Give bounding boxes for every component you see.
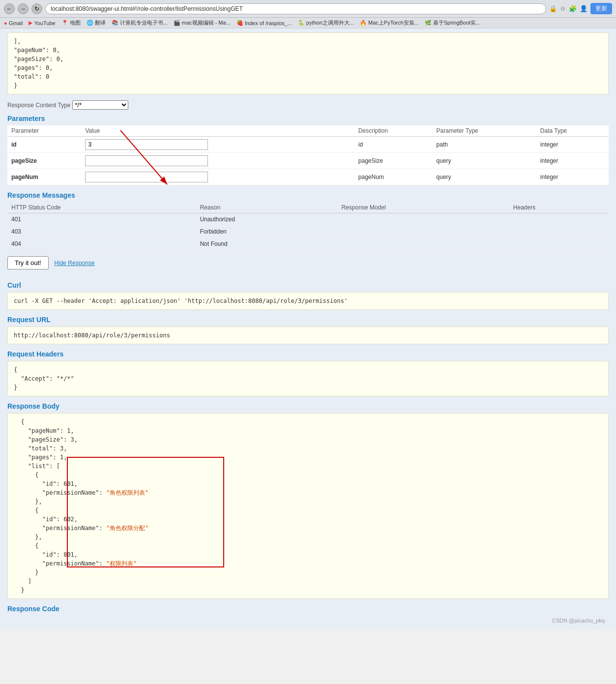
bookmark-translate[interactable]: 🌐 翻译 [87,19,106,27]
param-type-pagenum: query [433,169,536,185]
param-input-pagesize[interactable] [85,155,208,166]
request-url-block: http://localhost:8080/api/role/3/permiss… [7,327,609,344]
bookmark-pytorch[interactable]: 🔥 Mac上PyTorch安装... [360,19,419,27]
profile-icon: 👤 [580,5,587,12]
response-content-type-label: Response Content Type [7,102,71,109]
resp-col-reason: Reason [196,202,338,213]
response-content-type-row: Response Content Type */* application/js… [7,100,609,110]
param-desc-pagenum: pageNum [354,169,433,185]
response-body-content: { "pageNum": 1, "pageSize": 3, "total": … [14,418,148,594]
perm-name-601: "角色权限列表" [106,489,148,496]
top-json-block: ], "pageNum": 0, "pageSize": 0, "pages":… [7,32,609,94]
top-json-content: ], "pageNum": 0, "pageSize": 0, "pages":… [14,38,63,89]
reason-404: Not Found [196,238,338,250]
reason-403: Forbidden [196,226,338,238]
response-code-title: Response Code [7,605,609,613]
id-602: 602, [63,516,78,523]
id-801: 801, [63,551,78,558]
param-datatype-id: integer [536,137,609,153]
param-name-id: id [7,137,81,153]
param-desc-id: id [354,137,433,153]
param-row-pagesize: pageSize pageSize query integer [7,153,609,169]
reload-button[interactable]: ↻ [31,3,42,14]
headers-404 [509,238,609,250]
request-headers-content: { "Accept": "*/*"} [14,366,74,391]
parameters-title: Parameters [7,115,609,122]
param-desc-pagesize: pageSize [354,153,433,169]
curl-title: Curl [7,281,609,289]
param-name-pagenum: pageNum [7,169,81,185]
curl-content: curl -X GET --header 'Accept: applicatio… [14,297,348,304]
response-content-type-select[interactable]: */* application/json [72,100,128,110]
hide-response-link[interactable]: Hide Response [54,260,94,267]
col-parameter: Parameter [7,125,81,137]
request-url-content: http://localhost:8080/api/role/3/permiss… [14,332,170,339]
bookmark-youtube[interactable]: ▶ YouTube [29,20,55,26]
param-datatype-pagesize: integer [536,153,609,169]
browser-chrome: ← → ↻ localhost:8080/swagger-ui.html#!/r… [0,0,616,18]
response-row-401: 401 Unauthorized [7,213,609,226]
request-headers-block: { "Accept": "*/*"} [7,361,609,396]
id-601: 601, [63,480,78,487]
resp-col-headers: Headers [509,202,609,213]
back-button[interactable]: ← [4,3,15,14]
red-highlight-box [67,457,224,567]
star-icon: ☆ [560,5,566,12]
reason-401: Unauthorized [196,213,338,226]
resp-col-code: HTTP Status Code [7,202,196,213]
try-it-out-button[interactable]: Try it out! [7,256,49,269]
address-bar[interactable]: localhost:8080/swagger-ui.html#!/role-co… [45,3,546,14]
bookmark-python[interactable]: 🐍 python之调用外大... [298,19,354,27]
perm-name-801: "权限列表" [106,560,137,567]
update-button[interactable]: 更新 [590,3,612,14]
main-wrapper: ], "pageNum": 0, "pageSize": 0, "pages":… [0,29,616,629]
bookmark-raspios[interactable]: 🍓 Index of /raspios_... [236,20,292,26]
bookmarks-bar: ● Gmail ▶ YouTube 📍 地图 🌐 翻译 📚 计算机专业电子书..… [0,18,616,29]
param-value-pagesize[interactable] [81,153,354,169]
col-value: Value [81,125,354,137]
response-messages-title: Response Messages [7,191,609,199]
response-messages-table: HTTP Status Code Reason Response Model H… [7,202,609,250]
bookmark-gmail[interactable]: ● Gmail [4,20,23,26]
curl-block: curl -X GET --header 'Accept: applicatio… [7,292,609,310]
param-type-id: path [433,137,536,153]
model-401 [338,213,509,226]
parameters-area: Parameter Value Description Parameter Ty… [7,125,609,185]
perm-name-602: "角色权限分配" [106,525,148,532]
param-input-id[interactable] [85,139,208,150]
parameters-table: Parameter Value Description Parameter Ty… [7,125,609,185]
col-param-type: Parameter Type [433,125,536,137]
param-input-pagenum[interactable] [85,172,208,182]
param-value-pagenum[interactable] [81,169,354,185]
param-value-id[interactable] [81,137,354,153]
headers-403 [509,226,609,238]
bookmark-mac-video[interactable]: 🎬 mac视频编辑 - Ma... [174,19,231,27]
headers-401 [509,213,609,226]
model-403 [338,226,509,238]
request-url-title: Request URL [7,316,609,324]
param-row-id: id id path integer [7,137,609,153]
col-data-type: Data Type [536,125,609,137]
button-row: Try it out! Hide Response [7,256,609,275]
param-row-pagenum: pageNum pageNum query integer [7,169,609,185]
request-headers-title: Request Headers [7,350,609,358]
watermark: CSDN @picacho_pkq [7,616,609,625]
param-type-pagesize: query [433,153,536,169]
response-row-404: 404 Not Found [7,238,609,250]
model-404 [338,238,509,250]
bookmark-springboot[interactable]: 🌿 基于SpringBoot实... [425,19,481,27]
response-body-block: { "pageNum": 1, "pageSize": 3, "total": … [7,413,609,599]
response-body-title: Response Body [7,402,609,410]
response-row-403: 403 Forbidden [7,226,609,238]
resp-col-model: Response Model [338,202,509,213]
forward-button[interactable]: → [18,3,29,14]
status-code-401: 401 [7,213,196,226]
param-datatype-pagenum: integer [536,169,609,185]
extension-icon: 🧩 [569,5,577,12]
bookmark-maps[interactable]: 📍 地图 [61,19,81,27]
status-code-404: 404 [7,238,196,250]
status-code-403: 403 [7,226,196,238]
bookmark-cs-books[interactable]: 📚 计算机专业电子书... [112,19,168,27]
col-description: Description [354,125,433,137]
param-name-pagesize: pageSize [7,153,81,169]
